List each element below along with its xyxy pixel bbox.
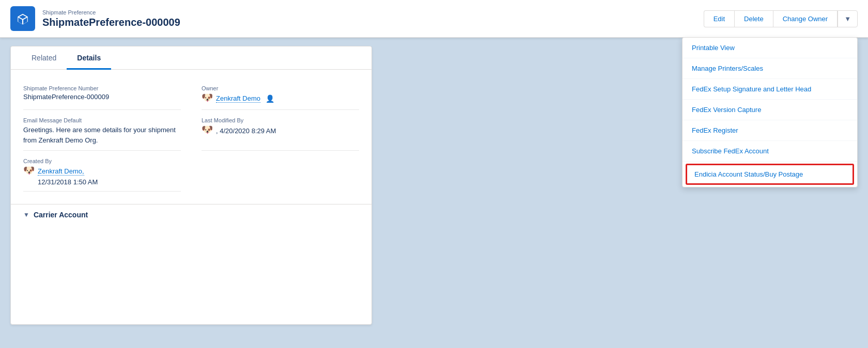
email-value: Greetings. Here are some details for you… [23,125,181,145]
dropdown-item-endicia[interactable]: Endicia Account Status/Buy Postage [686,164,854,185]
record-subtitle: Shipmate Preference [42,9,180,15]
dropdown-menu: Printable View Manage Printers/Scales Fe… [682,37,858,187]
field-created-by: Created By 🐶 Zenkraft Demo, 12/31/2018 1… [23,153,181,192]
field-email: Email Message Default Greetings. Here ar… [23,112,181,151]
created-by-date: 12/31/2018 1:50 AM [23,178,181,186]
record-title-block: Shipmate Preference ShipmatePreference-0… [42,9,180,28]
created-by-ref: 🐶 Zenkraft Demo, [23,166,181,177]
tab-details[interactable]: Details [67,46,111,70]
chevron-down-icon: ▼ [23,211,29,218]
owner-avatar-icon: 🐶 [202,93,213,104]
field-last-modified: Last Modified By 🐶 , 4/20/2020 8:29 AM [202,112,359,151]
owner-value[interactable]: Zenkraft Demo [216,94,260,103]
last-modified-value: , 4/20/2020 8:29 AM [216,127,276,135]
record-title: ShipmatePreference-000009 [42,17,180,28]
created-by-label: Created By [23,158,181,164]
dropdown-item-manage-printers[interactable]: Manage Printers/Scales [683,58,857,79]
tabs-bar: Related Details [11,46,371,70]
header-actions: Edit Delete Change Owner ▼ [704,10,858,27]
record-header: Shipmate Preference ShipmatePreference-0… [0,0,868,38]
delete-button[interactable]: Delete [734,10,773,27]
field-group: Shipmate Preference Number ShipmatePrefe… [23,80,359,194]
last-modified-ref: 🐶 , 4/20/2020 8:29 AM [202,125,359,136]
last-modified-avatar-icon: 🐶 [202,125,213,136]
owner-person-icon: 👤 [266,94,274,103]
dropdown-item-subscribe-fedex[interactable]: Subscribe FedEx Account [683,141,857,162]
field-pref-number: Shipmate Preference Number ShipmatePrefe… [23,80,181,110]
tab-related[interactable]: Related [21,46,67,70]
created-by-value[interactable]: Zenkraft Demo, [38,167,84,176]
carrier-account-label: Carrier Account [34,211,88,219]
header-left: Shipmate Preference ShipmatePreference-0… [10,6,180,31]
carrier-account-accordion[interactable]: ▼ Carrier Account [11,204,371,225]
field-owner: Owner 🐶 Zenkraft Demo 👤 [202,80,359,110]
dropdown-item-fedex-signature[interactable]: FedEx Setup Signature and Letter Head [683,79,857,100]
owner-ref: 🐶 Zenkraft Demo 👤 [202,93,359,104]
dropdown-item-fedex-version[interactable]: FedEx Version Capture [683,100,857,120]
shipmate-icon [16,12,29,25]
dropdown-toggle-button[interactable]: ▼ [838,10,858,27]
detail-section: Shipmate Preference Number ShipmatePrefe… [11,70,371,204]
pref-number-label: Shipmate Preference Number [23,85,181,91]
last-modified-label: Last Modified By [202,117,359,123]
pref-number-value: ShipmatePreference-000009 [23,93,181,101]
email-label: Email Message Default [23,117,181,123]
change-owner-button[interactable]: Change Owner [773,10,838,27]
dropdown-item-fedex-register[interactable]: FedEx Register [683,120,857,141]
record-icon [10,6,35,31]
edit-button[interactable]: Edit [704,10,734,27]
owner-label: Owner [202,85,359,91]
dropdown-item-printable-view[interactable]: Printable View [683,38,857,58]
left-panel: Related Details Shipmate Preference Numb… [10,46,372,325]
created-by-avatar-icon: 🐶 [23,166,35,177]
page-wrapper: Shipmate Preference ShipmatePreference-0… [0,0,868,348]
